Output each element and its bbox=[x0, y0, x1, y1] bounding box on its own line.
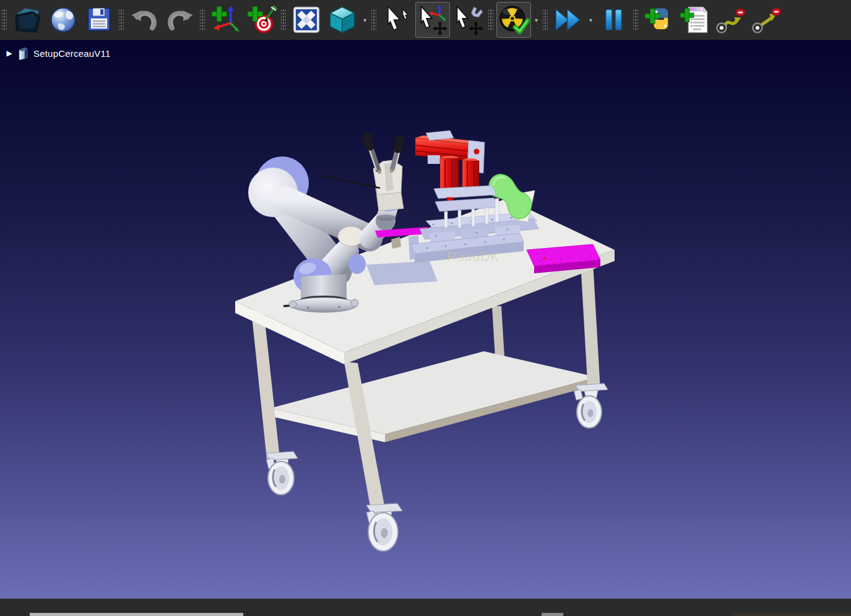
add-python-script-button[interactable] bbox=[641, 2, 676, 38]
program-add-icon bbox=[678, 4, 711, 35]
save-icon bbox=[84, 5, 114, 35]
undo-arrow-icon bbox=[129, 5, 160, 35]
add-move-joint-button[interactable] bbox=[713, 2, 748, 38]
table-leg-right[interactable] bbox=[581, 262, 600, 391]
table-shelf[interactable] bbox=[270, 351, 597, 442]
move-reference-button[interactable] bbox=[415, 2, 450, 38]
toolbar-grip[interactable] bbox=[633, 9, 638, 31]
radioactive-check-icon bbox=[498, 4, 530, 36]
open-station-button[interactable] bbox=[10, 2, 45, 38]
toolbar-grip[interactable] bbox=[119, 9, 124, 31]
undo-button[interactable] bbox=[127, 2, 162, 38]
tree-expander-icon[interactable]: ▶ bbox=[5, 49, 14, 58]
toolbar-grip[interactable] bbox=[200, 9, 205, 31]
station-tree-item[interactable]: ▶ SetupCerceauV11 bbox=[5, 45, 110, 61]
fast-simulation-dropdown[interactable]: ▾ bbox=[586, 5, 595, 35]
station-label: SetupCerceauV11 bbox=[33, 48, 110, 59]
caster-wheel-right[interactable] bbox=[574, 383, 608, 428]
toolbar-grip[interactable] bbox=[2, 9, 7, 31]
3d-viewport[interactable]: ▶ SetupCerceauV11 RoboDK bbox=[0, 40, 851, 599]
main-toolbar: ▾ bbox=[0, 0, 851, 40]
open-online-library-button[interactable] bbox=[46, 2, 80, 38]
bottom-strip bbox=[0, 599, 851, 616]
check-collisions-button[interactable] bbox=[496, 2, 531, 38]
redo-button[interactable] bbox=[163, 2, 197, 38]
caster-wheel-left[interactable] bbox=[266, 451, 298, 495]
table-leg-left[interactable] bbox=[251, 310, 280, 459]
pause-icon bbox=[598, 5, 628, 35]
add-program-button[interactable] bbox=[677, 2, 712, 38]
station-icon bbox=[18, 46, 29, 61]
fast-forward-icon bbox=[552, 5, 584, 35]
isometric-view-button[interactable] bbox=[325, 2, 360, 38]
move-joint-icon bbox=[714, 4, 746, 35]
select-button[interactable] bbox=[379, 2, 414, 38]
add-reference-frame-button[interactable] bbox=[208, 2, 243, 38]
toolbar-grip[interactable] bbox=[371, 9, 376, 31]
bottom-scrollbar[interactable] bbox=[30, 613, 243, 616]
fit-to-screen-button[interactable] bbox=[289, 2, 324, 38]
robot-cable bbox=[322, 176, 380, 188]
bottom-scrollbar-segment[interactable] bbox=[542, 613, 563, 616]
isometric-view-dropdown[interactable]: ▾ bbox=[360, 5, 369, 35]
iso-cube-icon bbox=[326, 4, 358, 35]
python-add-icon bbox=[642, 4, 675, 35]
globe-icon bbox=[48, 5, 78, 35]
move-linear-icon bbox=[750, 4, 782, 35]
toolbar-grip[interactable] bbox=[281, 9, 286, 31]
scene-canvas[interactable] bbox=[0, 40, 851, 599]
add-target-button[interactable] bbox=[244, 2, 279, 38]
cursor-gripper-move-icon bbox=[452, 4, 485, 35]
caster-wheel-front[interactable] bbox=[366, 503, 402, 551]
bottom-edge-shadow bbox=[733, 614, 851, 616]
redo-arrow-icon bbox=[165, 5, 196, 35]
open-folder-icon bbox=[12, 5, 42, 35]
toolbar-grip[interactable] bbox=[488, 9, 493, 31]
red-clamp-fixture[interactable] bbox=[415, 130, 499, 228]
add-target-icon bbox=[245, 4, 277, 35]
add-frame-icon bbox=[209, 4, 241, 35]
save-station-button[interactable] bbox=[82, 2, 116, 38]
robodk-watermark: RoboDK bbox=[447, 249, 499, 264]
move-tool-button[interactable] bbox=[451, 2, 486, 38]
cursor-axes-move-icon bbox=[417, 4, 449, 35]
pause-simulation-button[interactable] bbox=[596, 2, 631, 38]
toolbar-grip[interactable] bbox=[543, 9, 548, 31]
fit-screen-icon bbox=[292, 5, 321, 35]
cursor-icon bbox=[381, 4, 413, 35]
add-move-linear-button[interactable] bbox=[749, 2, 784, 38]
check-collisions-dropdown[interactable]: ▾ bbox=[532, 5, 541, 35]
fast-simulation-button[interactable] bbox=[551, 2, 585, 38]
